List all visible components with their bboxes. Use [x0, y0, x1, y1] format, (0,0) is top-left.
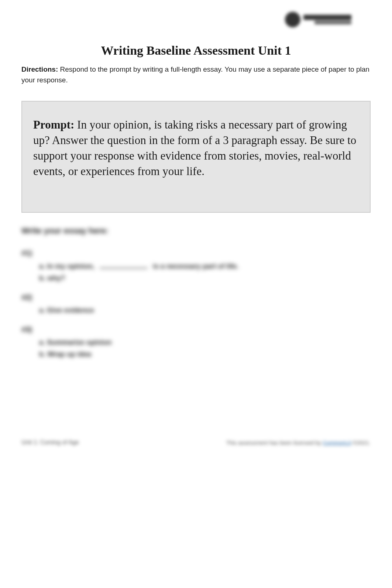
- page-footer: Unit 1: Coming of Age This assessment ha…: [21, 439, 371, 446]
- paragraph-1-item-b: b. why?: [39, 274, 371, 282]
- logo-text: [303, 15, 351, 24]
- paragraph-2-label: #2): [21, 293, 371, 302]
- footer-license-link: CommonLit: [323, 440, 351, 446]
- brand-logo: [285, 10, 370, 29]
- document-content: Writing Baseline Assessment Unit 1 Direc…: [21, 44, 371, 358]
- directions-body: Respond to the prompt by writing a full-…: [21, 65, 369, 84]
- essay-outline-blurred: Write your essay here: #1) a. In my opin…: [21, 226, 371, 358]
- paragraph-3: #3) a. Summarize opinion b. Wrap up idea: [21, 325, 371, 358]
- paragraph-2: #2) a. Give evidence: [21, 293, 371, 314]
- prompt-box: Prompt: In your opinion, is taking risks…: [21, 101, 371, 213]
- item-a-prefix: a. In my opinion,: [39, 262, 94, 270]
- page-title: Writing Baseline Assessment Unit 1: [21, 44, 371, 58]
- item-a-suffix: is a necessary part of life.: [153, 262, 238, 270]
- blank-line: [100, 262, 148, 269]
- directions-label: Directions:: [21, 65, 58, 73]
- paragraph-3-item-a: a. Summarize opinion: [39, 338, 371, 346]
- footer-license: This assessment has been licensed by Com…: [226, 440, 371, 446]
- footer-license-suffix: ©2021.: [351, 440, 371, 446]
- prompt-body: In your opinion, is taking risks a neces…: [33, 118, 356, 178]
- paragraph-1: #1) a. In my opinion, is a necessary par…: [21, 249, 371, 282]
- paragraph-3-item-b: b. Wrap up idea: [39, 350, 371, 358]
- paragraph-3-label: #3): [21, 325, 371, 334]
- footer-unit-label: Unit 1: Coming of Age: [21, 439, 79, 446]
- paragraph-1-item-a: a. In my opinion, is a necessary part of…: [39, 262, 371, 270]
- footer-license-prefix: This assessment has been licensed by: [226, 440, 323, 446]
- prompt-label: Prompt:: [33, 118, 74, 131]
- directions-text: Directions: Respond to the prompt by wri…: [21, 64, 371, 85]
- paragraph-1-label: #1): [21, 249, 371, 257]
- essay-heading: Write your essay here:: [21, 226, 371, 236]
- prompt-text: Prompt: In your opinion, is taking risks…: [33, 117, 359, 179]
- paragraph-2-item-a: a. Give evidence: [39, 306, 371, 314]
- logo-icon: [285, 12, 300, 27]
